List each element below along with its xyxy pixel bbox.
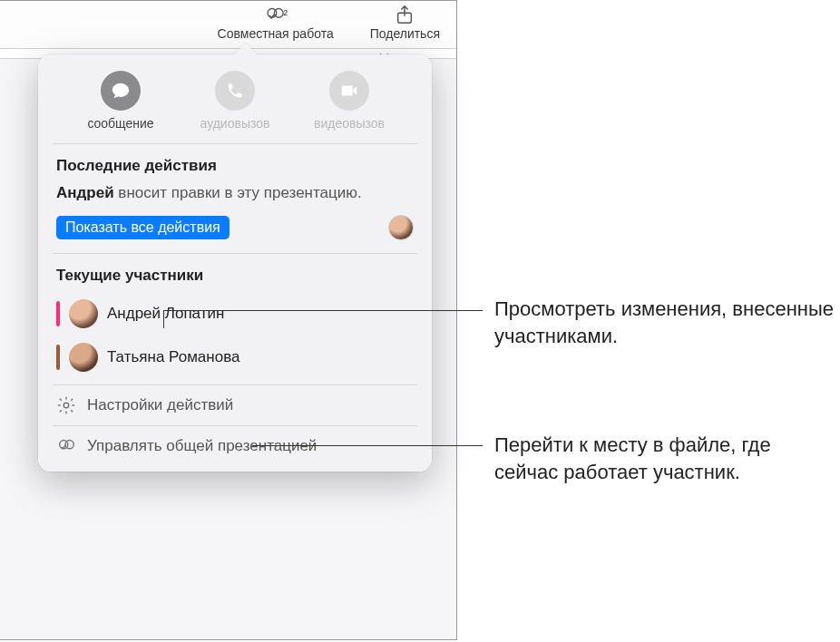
contact-row: сообщение аудиовызов видеовызов	[38, 67, 432, 143]
activity-settings-button[interactable]: Настройки действий	[38, 385, 432, 425]
participants-title: Текущие участники	[38, 254, 432, 292]
phone-icon	[215, 71, 255, 111]
participant-name: Татьяна Романова	[107, 348, 239, 366]
participant-item[interactable]: Татьяна Романова	[38, 336, 432, 379]
participant-item[interactable]: Андрей Лопатин	[38, 292, 432, 336]
collab-toolbar-button[interactable]: 2 Совместная работа	[218, 5, 334, 48]
recent-activity-text: Андрей вносит правки в эту презентацию.	[38, 182, 432, 213]
callout-connector	[163, 310, 164, 328]
callout-connector	[252, 445, 483, 446]
share-toolbar-button[interactable]: Поделиться	[370, 5, 440, 48]
svg-text:2: 2	[283, 8, 288, 17]
participant-color-indicator	[56, 301, 60, 326]
collab-label: Совместная работа	[218, 26, 334, 41]
video-call-button: видеовызов	[299, 71, 399, 131]
svg-point-1	[274, 9, 283, 18]
share-label: Поделиться	[370, 26, 440, 41]
participant-color-indicator	[56, 345, 60, 370]
avatar	[69, 343, 98, 372]
recent-actor: Андрей	[56, 184, 114, 201]
recent-actor-avatar	[388, 215, 414, 240]
show-all-activity-button[interactable]: Показать все действия	[56, 216, 230, 239]
participant-name: Андрей Лопатин	[107, 305, 224, 323]
recent-rest: вносит правки в эту презентацию.	[114, 184, 362, 201]
message-label: сообщение	[87, 116, 153, 131]
audio-call-button: аудиовызов	[185, 71, 285, 131]
share-icon	[393, 5, 416, 24]
video-label: видеовызов	[314, 116, 385, 131]
activity-settings-label: Настройки действий	[87, 396, 233, 414]
svg-point-4	[63, 403, 69, 408]
video-icon	[329, 71, 369, 111]
message-button[interactable]: сообщение	[71, 71, 171, 131]
callout-text: Просмотреть изменения, внесенные участни…	[494, 296, 839, 349]
gear-icon	[56, 395, 76, 415]
svg-point-6	[65, 440, 73, 448]
message-icon	[101, 71, 141, 111]
collaboration-popover: сообщение аудиовызов видеовызов Последни…	[38, 54, 432, 472]
callout-connector	[163, 310, 483, 311]
collab-icon: 2	[264, 5, 288, 24]
toolbar: 2 Совместная работа Поделиться	[0, 1, 456, 48]
avatar	[69, 299, 98, 328]
audio-label: аудиовызов	[200, 116, 270, 131]
collab-manage-icon	[56, 436, 76, 456]
callout-text: Перейти к месту в файле, где сейчас рабо…	[494, 432, 839, 485]
recent-activity-title: Последние действия	[38, 144, 432, 182]
